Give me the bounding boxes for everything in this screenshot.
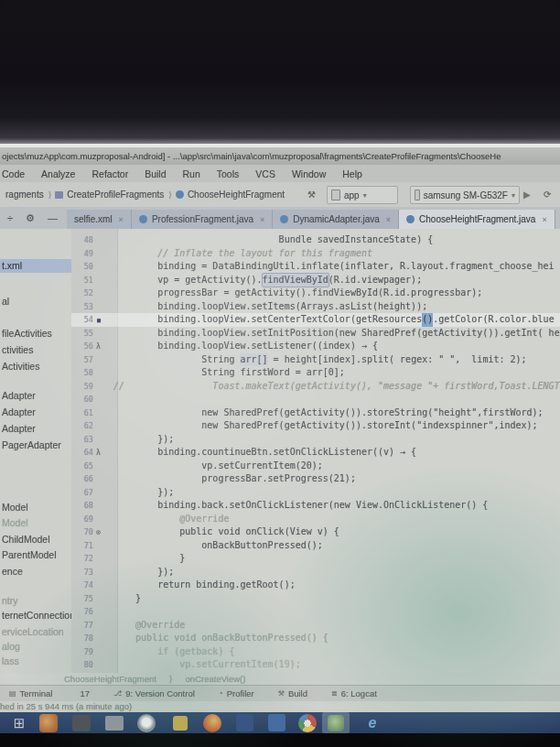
project-tree-item[interactable]: ntry [0,594,71,608]
project-tree-item[interactable]: ctivities [0,343,71,357]
split-divider-icon[interactable]: ÷ [7,212,13,223]
line-number[interactable]: 50 [71,260,96,274]
gutter-icon[interactable] [96,419,113,433]
breadcrumb-class[interactable]: ChooseHeightFragment [64,674,156,684]
line-number[interactable]: 74 [71,579,96,592]
gutter-icon[interactable] [96,645,113,659]
gutter-icon[interactable]: ▪ [96,313,113,327]
project-tree-item[interactable]: Adapter [0,389,71,403]
project-tree-item[interactable]: alog [0,640,71,654]
taskbar-app-1[interactable] [37,712,60,733]
line-number[interactable]: 60 [71,393,96,406]
taskbar-app-4[interactable] [135,712,158,733]
run-configuration-select[interactable]: app ▾ [327,186,398,204]
gutter-icon[interactable] [96,579,113,592]
build-hammer-icon[interactable]: ⚒ [307,186,316,203]
gutter-icon[interactable]: λ [96,446,113,460]
sync-button[interactable]: ⟳ [544,186,551,203]
project-panel[interactable]: t.xml al fileActivities ctivities [0,229,72,673]
editor-tab[interactable]: ChooseHeightFragment.java × [399,210,555,229]
gutter-icon[interactable] [96,592,113,606]
project-tree-item[interactable]: erviceLocation [0,625,71,639]
editor-tab[interactable]: selfie.xml × [67,210,132,229]
line-number[interactable]: 68 [71,499,96,513]
project-tree-item[interactable]: PagerAdapter [0,438,71,452]
line-number[interactable]: 49 [71,247,96,261]
gutter-icon[interactable] [96,287,113,300]
line-number[interactable]: 63 [71,433,96,447]
tab-close-icon[interactable]: × [542,215,546,224]
editor-tab[interactable]: DynamicAdapter.java × [273,210,399,229]
line-number[interactable]: 77 [71,619,96,633]
editor-tab[interactable]: ProfessionFragment.java × [132,210,273,229]
project-tree-item[interactable]: ternetConnection [0,609,71,622]
gutter-icon[interactable] [96,486,113,500]
tool-window-button[interactable]: ≣ 6: Logcat [331,688,377,698]
menu-item[interactable]: Build [143,168,167,179]
project-tree-item[interactable]: Activities [0,360,71,374]
line-number[interactable]: 67 [71,486,96,500]
line-number[interactable]: 72 [71,552,96,566]
gutter-icon[interactable] [96,472,113,486]
gutter-icon[interactable] [96,658,113,672]
project-tree-item[interactable]: Adapter [0,422,71,436]
project-tree-item[interactable]: Adapter [0,406,71,419]
gutter-icon[interactable] [96,233,113,247]
gutter-icon[interactable] [96,566,113,579]
project-tree-item[interactable]: ChildModel [0,533,71,547]
breadcrumb-item[interactable]: ⟩ CreateProfileFragments [48,189,165,200]
gutter-icon[interactable] [96,552,113,566]
line-number[interactable]: 57 [71,353,96,367]
line-number[interactable]: 53 [71,300,96,314]
gear-icon[interactable]: ⚙ [26,212,35,224]
line-number[interactable]: 70 [71,525,96,539]
gutter-icon[interactable] [96,366,113,380]
gutter-icon[interactable] [96,539,113,553]
project-tree-item[interactable]: ParentModel [0,548,71,562]
line-number[interactable]: 69 [71,513,96,526]
gutter-icon[interactable] [96,619,113,633]
taskbar-app-edge[interactable]: e [361,712,384,733]
line-number[interactable]: 66 [71,472,96,486]
line-number[interactable]: 75 [71,592,96,606]
project-tree-item[interactable]: al [0,295,71,309]
hide-panel-icon[interactable]: — [48,212,58,223]
menu-item[interactable]: VCS [253,168,277,179]
tab-close-icon[interactable]: × [386,215,391,224]
taskbar-app-8[interactable] [264,712,288,733]
line-number[interactable]: 71 [71,539,96,553]
taskbar-app-9[interactable] [296,712,319,733]
breadcrumb-item[interactable]: ragments [2,189,44,200]
tool-window-button[interactable]: ⚒ Build [278,688,307,698]
menu-item[interactable]: Code [0,168,27,179]
tool-window-button[interactable]: ▤ Terminal [9,688,52,698]
breadcrumb-method[interactable]: onCreateView() [186,674,246,684]
project-tree-item[interactable]: t.xml [0,259,71,273]
menu-item[interactable]: Refactor [90,168,130,179]
gutter-icon[interactable] [96,260,113,274]
line-number[interactable]: 79 [71,645,96,659]
taskbar-app-3[interactable] [102,712,126,733]
line-number[interactable]: 65 [71,460,96,473]
project-tree-item[interactable]: lass [0,655,71,668]
run-button[interactable]: ▶ [523,186,531,203]
line-number[interactable]: 54 [71,313,96,327]
taskbar-app-2[interactable] [70,712,93,733]
line-number[interactable]: 62 [71,419,96,433]
breadcrumb-item[interactable]: ⟩ ChooseHeightFragment [168,189,285,200]
taskbar-start-button[interactable]: ⊞ [7,712,31,733]
taskbar-app-7[interactable] [232,712,256,733]
taskbar-app-5[interactable] [168,712,192,733]
gutter-icon[interactable] [96,393,113,406]
line-number[interactable]: 56 [71,340,96,353]
menu-item[interactable]: Run [181,168,202,179]
gutter-icon[interactable] [96,433,113,447]
line-number[interactable]: 78 [71,632,96,645]
project-tree-item[interactable]: ence [0,565,71,579]
tool-window-button[interactable]: 17 [76,688,90,698]
menu-item[interactable]: Help [340,168,364,179]
tool-window-button[interactable]: ⎇ 9: Version Control [113,688,195,698]
line-number[interactable]: 76 [71,605,96,619]
line-number[interactable]: 73 [71,566,96,579]
gutter-icon[interactable] [96,353,113,367]
